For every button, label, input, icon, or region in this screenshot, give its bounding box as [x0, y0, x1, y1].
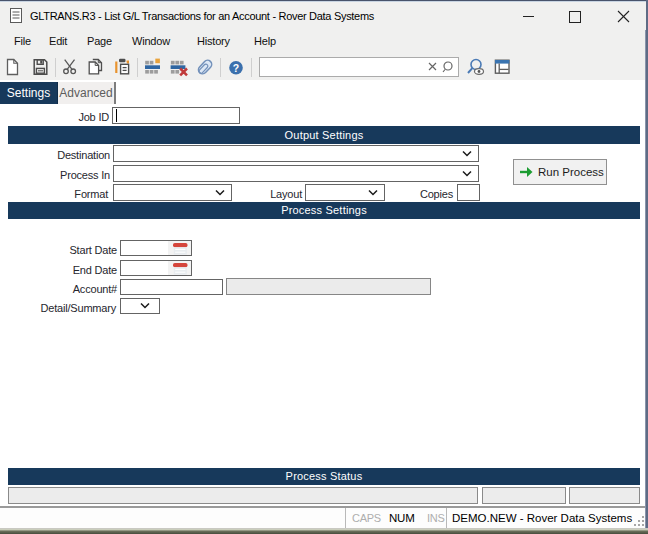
svg-text:?: ?: [233, 62, 239, 74]
